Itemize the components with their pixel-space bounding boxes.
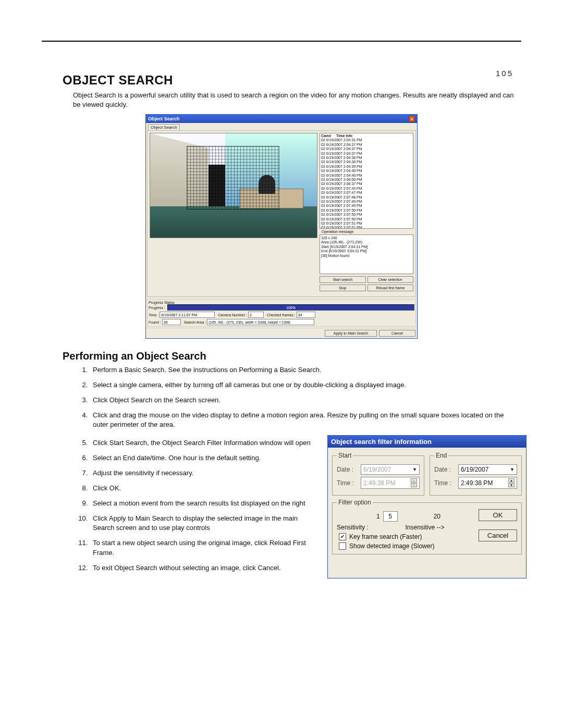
list-item[interactable]: 02 6/19/2007 2:06:00 PM [321,178,412,182]
filter-option-group: Filter option 1 5 20 Sensitivity : [332,499,522,554]
op-line: [30] Motion found [321,254,412,258]
list-item[interactable]: 02 6/19/2007 2:07:48 PM [321,195,412,200]
col-cam: Cam# [321,134,331,138]
step-item: Click OK. [90,484,317,493]
filter-dialog: Object search filter information Start D… [327,435,527,578]
sens-min: 1 [376,513,380,520]
area-label: Search Area : [184,320,206,324]
progress-status: Progress Status Progress : 100% Time : C… [147,299,416,327]
cancel-button[interactable]: Cancel [379,330,415,337]
list-item[interactable]: 02 6/19/2007 2:04:40 PM [321,169,412,173]
keyframe-checkbox[interactable]: ✔ Key frame search (Faster) [339,533,473,540]
time-field [160,312,215,318]
list-item[interactable]: 02 6/19/2007 2:07:49 PM [321,200,412,204]
list-item[interactable]: 02 6/19/2007 2:06:37 PM [321,182,412,186]
start-time-label: Time : [337,479,358,487]
object-search-window: Object Search × Object Search Cam# Time … [145,114,418,339]
tab-object-search[interactable]: Object Search [148,124,180,130]
progress-status-label: Progress Status [149,301,414,304]
found-field [162,319,181,325]
step-item: To exit Object Search without selecting … [90,563,317,573]
step-item: Select an End date/time. One hour is the… [90,453,317,463]
stop-button[interactable]: Stop [320,285,366,291]
camera-field [248,312,264,318]
close-icon[interactable]: × [409,116,415,122]
motion-region[interactable] [187,146,279,209]
show-detected-checkbox[interactable]: Show detected image (Slower) [339,542,473,550]
operation-message: 320 x 240Area (105,48) - (273,236)Start … [320,235,413,274]
page-number: 105 [496,69,513,78]
step-item: Click and drag the mouse on the video di… [90,411,516,430]
end-date-field[interactable]: 6/19/2007 ▼ [458,464,517,475]
steps-list-cont: Click Start Search, the Object Search Fi… [78,438,317,573]
list-item[interactable]: 02 6/19/2007 2:04:48 PM [321,174,412,178]
filter-option-legend: Filter option [337,499,373,506]
list-item[interactable]: 02 6/19/2007 2:07:49 PM [321,204,412,208]
step-item: To start a new object search using the o… [90,538,317,558]
list-item[interactable]: 02 6/19/2007 2:07:50 PM [321,208,412,213]
progress-label: Progress : [149,306,165,310]
window-titlebar: Object Search × [146,115,417,123]
list-item[interactable]: 02 6/19/2007 2:04:37 PM [321,143,412,147]
operation-message-label: Operation message [320,230,413,233]
intro-paragraph: Object Search is a powerful search utili… [73,91,516,109]
list-item[interactable]: 02 6/19/2007 2:07:47 PM [321,191,412,195]
spinner-icon[interactable]: ▲▼ [508,478,515,487]
checked-label: Checked frames : [267,313,296,317]
checkbox-checked-icon[interactable]: ✔ [339,533,346,540]
list-item[interactable]: 02 6/19/2007 2:04:38 PM [321,156,412,160]
list-item[interactable]: 02 6/19/2007 2:07:51 PM [321,226,412,229]
start-date-label: Date : [337,466,358,473]
filter-titlebar: Object search filter information [328,436,526,448]
end-time-label: Time : [434,479,455,487]
progress-bar: 100% [167,304,414,311]
window-title: Object Search [148,116,180,121]
list-item[interactable]: 02 6/19/2007 2:04:37 PM [321,152,412,156]
camera-label: Camera Number : [218,313,247,317]
col-time: Time info [336,134,352,138]
list-item[interactable]: 02 6/19/2007 2:04:31 PM [321,138,412,142]
start-legend: Start [337,452,353,459]
sensitivity-note: Insensitive --> [376,524,473,531]
list-item[interactable]: 02 6/19/2007 2:04:38 PM [321,160,412,164]
list-item[interactable]: 02 6/19/2007 2:07:43 PM [321,187,412,191]
ok-button[interactable]: OK [479,509,517,521]
list-item[interactable]: 02 6/19/2007 2:04:39 PM [321,165,412,169]
sensitivity-input[interactable]: 5 [383,511,398,522]
checkbox-icon[interactable] [339,542,346,550]
list-item[interactable]: 02 6/19/2007 2:04:37 PM [321,147,412,151]
reload-first-frame-button[interactable]: Reload first frame [368,285,414,291]
sens-max: 20 [401,513,473,520]
list-item[interactable]: 02 6/19/2007 2:07:50 PM [321,213,412,217]
start-time-field: 1:49:38 PM ▲▼ [361,477,420,489]
spinner-icon: ▲▼ [411,478,417,487]
checked-field [297,312,315,318]
steps-list: Perform a Basic Search. See the instruct… [78,365,516,430]
op-line: Area (105,48) - (273,236) [321,240,412,244]
op-line: 320 x 240 [321,236,412,240]
time-label: Time : [149,313,158,317]
start-date-field: 6/19/2007 ▼ [361,464,420,475]
results-list[interactable]: Cam# Time info 02 6/19/2007 2:04:31 PM02… [320,133,413,229]
filter-cancel-button[interactable]: Cancel [479,529,517,541]
list-item[interactable]: 02 6/19/2007 2:07:51 PM [321,221,412,226]
found-label: Found : [149,320,161,324]
area-field [207,319,314,325]
start-search-button[interactable]: Start search [320,276,366,283]
chevron-down-icon[interactable]: ▼ [510,467,515,472]
video-preview[interactable] [150,133,317,238]
end-legend: End [434,452,448,459]
subsection-heading: Performing an Object Search [63,350,563,362]
end-date-label: Date : [434,466,455,473]
end-time-field[interactable]: 2:49:38 PM ▲▼ [458,477,517,489]
op-line: Start [6/19/2007 2:04:31 PM] [321,245,412,249]
top-rule [42,41,521,42]
clear-selection-button[interactable]: Clear selection [368,276,414,283]
step-item: Adjust the sensitivity if necessary. [90,468,317,478]
apply-main-search-button[interactable]: Apply to Main Search [325,330,377,337]
step-item: Click Start Search, the Object Search Fi… [90,438,317,448]
list-item[interactable]: 02 6/19/2007 2:07:50 PM [321,217,412,221]
chevron-down-icon: ▼ [412,467,417,472]
section-heading: OBJECT SEARCH [63,73,563,88]
step-item: Click Object Search on the Search screen… [90,396,516,405]
